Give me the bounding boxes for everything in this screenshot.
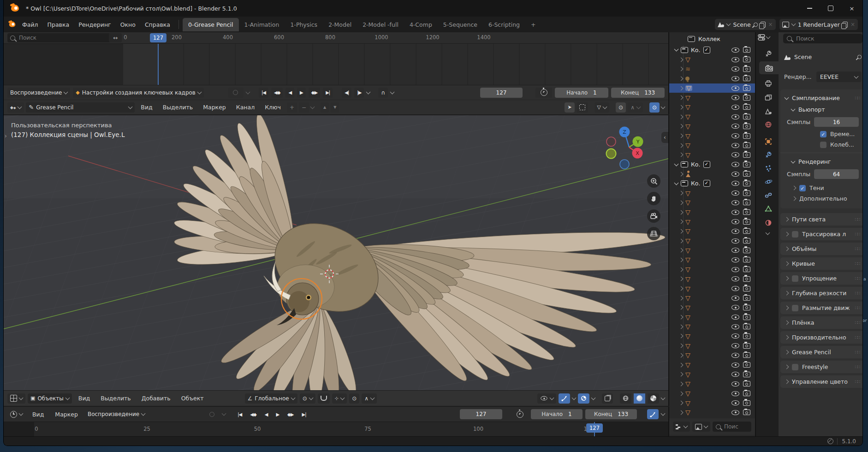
move-up-button[interactable]: ▲ xyxy=(321,102,329,113)
outliner-object-row[interactable]: ▽ xyxy=(669,236,755,246)
hide-eye-icon[interactable] xyxy=(731,315,739,320)
expand-icon[interactable] xyxy=(785,262,789,266)
render-camera-icon[interactable] xyxy=(743,209,750,215)
outliner-object-row[interactable]: ▽ xyxy=(669,55,755,65)
hide-eye-icon[interactable] xyxy=(731,95,739,100)
pivot-point-dropdown[interactable]: ⊙ xyxy=(300,393,315,404)
vp-menu-object[interactable]: Объект xyxy=(177,393,208,404)
loop-dropdown[interactable] xyxy=(390,89,395,94)
expand-icon[interactable] xyxy=(679,334,684,339)
engine-dropdown[interactable]: EEVEE xyxy=(816,71,862,82)
expand-icon[interactable] xyxy=(679,248,684,253)
expand-icon[interactable] xyxy=(679,324,684,329)
menu-key[interactable]: Ключ xyxy=(261,102,285,113)
menu-help[interactable]: Справка xyxy=(140,19,175,30)
expand-icon[interactable] xyxy=(679,296,684,300)
render-camera-icon[interactable] xyxy=(743,352,750,358)
render-camera-icon[interactable] xyxy=(743,400,750,406)
expand-icon[interactable] xyxy=(679,258,684,262)
collapsed-panel--[interactable]: Пути света∷∷ xyxy=(780,213,862,226)
menu-marker[interactable]: Маркер xyxy=(199,102,230,113)
expand-icon[interactable] xyxy=(679,267,684,272)
collapsed-panel--[interactable]: Производительно∷∷ xyxy=(780,331,862,344)
hide-eye-icon[interactable] xyxy=(731,86,739,91)
panel-grip[interactable]: ∷∷ xyxy=(855,350,860,355)
workspace-tab-animation[interactable]: 1-Animation xyxy=(239,18,285,31)
timeline-current-frame-badge[interactable]: 127 xyxy=(586,423,603,433)
panel-grip[interactable]: ∷∷ xyxy=(855,364,860,369)
panel-grip[interactable]: ∷∷ xyxy=(855,261,860,266)
tl-start-frame-field[interactable]: Начало1 xyxy=(531,409,583,419)
outliner-object-row[interactable]: ▽ xyxy=(669,131,755,141)
render-camera-icon[interactable] xyxy=(743,171,750,177)
expand-icon[interactable] xyxy=(679,305,684,310)
outliner-object-row[interactable]: ▽ xyxy=(669,112,755,122)
prev-keyframe-button[interactable]: ◀◆ xyxy=(271,88,283,98)
collection-checkbox[interactable]: ✓ xyxy=(703,180,710,187)
render-camera-icon[interactable] xyxy=(743,286,750,291)
render-camera-icon[interactable] xyxy=(743,315,750,320)
expand-icon[interactable] xyxy=(679,172,684,176)
pin-icon[interactable] xyxy=(753,22,759,28)
outliner-filter-dropdown[interactable] xyxy=(692,422,710,432)
render-camera-icon[interactable] xyxy=(743,57,750,62)
expand-icon[interactable] xyxy=(679,372,684,377)
expand-icon[interactable] xyxy=(785,232,789,237)
properties-search[interactable] xyxy=(783,34,862,43)
outliner-object-row[interactable]: ▽ xyxy=(669,369,755,379)
workspace-tab-model[interactable]: 2-Model xyxy=(323,18,357,31)
hide-eye-icon[interactable] xyxy=(731,210,739,215)
hide-eye-icon[interactable] xyxy=(731,381,739,387)
expand-icon[interactable] xyxy=(679,353,684,357)
hide-eye-icon[interactable] xyxy=(731,200,739,205)
add-channel-button[interactable]: + xyxy=(287,102,297,113)
tl-end-frame-field[interactable]: Конец133 xyxy=(585,409,637,419)
render-camera-icon[interactable] xyxy=(743,200,750,205)
expand-icon[interactable] xyxy=(679,229,684,233)
transform-orientation-dropdown[interactable]: ∠Глобальное xyxy=(245,393,297,404)
scene-properties-tab[interactable] xyxy=(759,105,778,118)
view-layer-properties-tab[interactable] xyxy=(759,91,778,104)
hide-eye-icon[interactable] xyxy=(731,353,739,358)
panel-grip[interactable]: ∷∷ xyxy=(855,291,860,296)
collapsed-panel--[interactable]: Объёмы∷∷ xyxy=(780,243,862,255)
navigation-gizmo[interactable]: Z Y X xyxy=(604,122,654,172)
proportional-editing-button[interactable]: ⊙ xyxy=(349,393,359,404)
tl-prev-key-button[interactable]: ◀◆ xyxy=(247,409,259,419)
collapsed-panel--[interactable]: Глубина резкости∷∷ xyxy=(780,287,862,299)
sidebar-toggle-icon[interactable]: ‹ xyxy=(661,132,668,143)
expand-icon[interactable] xyxy=(679,191,684,196)
toolbar-toggle-icon[interactable]: › xyxy=(5,133,7,139)
menu-channel[interactable]: Канал xyxy=(232,102,259,113)
panel-grip[interactable]: ∷∷ xyxy=(855,320,860,325)
menu-edit[interactable]: Правка xyxy=(43,19,74,30)
hide-eye-icon[interactable] xyxy=(731,76,739,81)
outliner-root-row[interactable]: Коллек xyxy=(669,32,755,44)
workspace-tab-scripting[interactable]: 6-Scripting xyxy=(483,18,525,31)
new-scene-icon[interactable] xyxy=(761,22,766,28)
overlays-toggle-button[interactable] xyxy=(578,393,589,404)
tl-menu-marker[interactable]: Маркер xyxy=(51,409,82,420)
workspace-tab-model-full[interactable]: 2-Model -full xyxy=(357,18,404,31)
next-keyframe-button[interactable]: ◆▶ xyxy=(309,88,320,98)
panel-checkbox[interactable] xyxy=(792,364,798,370)
hide-eye-icon[interactable] xyxy=(731,267,739,272)
tl-jump-start-button[interactable]: |◀ xyxy=(235,409,244,419)
expand-icon[interactable] xyxy=(785,291,789,296)
zoom-tool-button[interactable] xyxy=(647,174,660,188)
outliner-collection-row[interactable]: Ко.✓ xyxy=(669,45,755,55)
expand-icon[interactable] xyxy=(679,143,684,148)
outliner-object-row[interactable]: ▽ xyxy=(669,360,755,370)
show-gizmo-dropdown[interactable] xyxy=(537,393,556,404)
pin-id-icon[interactable] xyxy=(856,54,862,60)
unlink-scene-icon[interactable]: × xyxy=(768,21,773,28)
render-camera-icon[interactable] xyxy=(743,152,750,158)
outliner-object-row[interactable]: ▽ xyxy=(669,389,755,398)
expand-arrows-icon[interactable]: ↔ xyxy=(109,33,122,42)
viewport-subpanel-header[interactable]: Вьюпорт xyxy=(780,104,862,115)
dope-sheet-ruler[interactable]: ↔ 127 0200400600800100012001400 xyxy=(4,32,668,44)
outliner-object-row[interactable]: ▽ xyxy=(669,150,755,160)
hide-eye-icon[interactable] xyxy=(731,172,739,177)
expand-icon[interactable] xyxy=(679,95,684,100)
viewport-editor-type-button[interactable] xyxy=(7,393,25,404)
